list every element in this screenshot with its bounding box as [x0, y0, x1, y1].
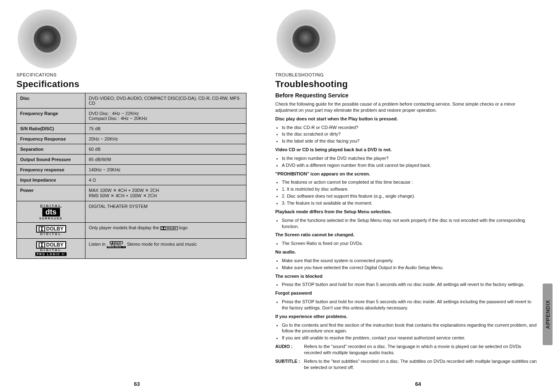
- issue-points: Press the STOP button and hold for more …: [282, 299, 538, 311]
- list-item: Is the disc scratched or dirty?: [282, 131, 538, 137]
- spec-key: Frequency response: [17, 165, 85, 175]
- issue-heading: The Screen ratio cannot be changed.: [275, 232, 538, 238]
- spec-value: 140Hz ~ 20KHz: [85, 165, 246, 175]
- svg-point-1: [34, 25, 61, 53]
- table-row: Frequency Response20Hz ~ 20KHz: [17, 134, 246, 144]
- table-row: Frequency RangeDVD Disc : 4Hz ~ 22KHz Co…: [17, 108, 246, 124]
- definition-text: Refers to the "sound" recorded on a disc…: [304, 344, 538, 356]
- issue-heading: Disc play does not start when the Play b…: [275, 116, 538, 122]
- spec-key: Separation: [17, 144, 85, 154]
- definition-term: SUBTITLE :: [275, 358, 302, 371]
- issue-heading: If you experience other problems.: [275, 314, 538, 320]
- spec-value: 60 dB: [85, 144, 246, 154]
- table-row: DOLBYDIGITALPRO LOGIC IIListen in DOLBYD…: [17, 239, 246, 259]
- list-item: 2. Disc software does not support this f…: [282, 193, 538, 199]
- list-item: Make sure that the sound system is conne…: [282, 258, 538, 264]
- section-label: SPECIFICATIONS: [16, 72, 263, 77]
- side-tab-appendix: APPENDIX: [543, 284, 553, 345]
- list-item: 1. It is restricted by disc software.: [282, 186, 538, 192]
- dolby-digital-icon: DOLBY: [160, 226, 178, 230]
- definition: AUDIO :Refers to the "sound" recorded on…: [275, 344, 538, 356]
- issue-heading: Forgot password: [275, 290, 538, 296]
- list-item: Some of the functions selected in the Se…: [282, 217, 538, 230]
- spec-value: DIGITAL THEATER SYSTEM: [85, 201, 246, 223]
- issue-points: The features or action cannot be complet…: [282, 179, 538, 206]
- issue-heading: Video CD or CD is being played back but …: [275, 147, 538, 153]
- spec-key: Frequency Response: [17, 134, 85, 144]
- page-number: 64: [415, 381, 421, 387]
- dolby-digital-logo: DOLBYDIGITAL: [17, 223, 85, 239]
- list-item: Make sure you have selected the correct …: [282, 265, 538, 271]
- list-item: The features or action cannot be complet…: [282, 179, 538, 185]
- subtitle: Before Requesting Service: [275, 92, 538, 99]
- issue-heading: The screen is blocked: [275, 273, 538, 279]
- spec-value: MAX 100W ✕ 4CH + 200W ✕ 2CH RMS 50W ✕ 4C…: [85, 185, 246, 201]
- table-row: Output Sound Pressure85 dB/W/M: [17, 154, 246, 165]
- svg-point-3: [292, 25, 320, 53]
- section-label: TROUBLESHOOTING: [275, 72, 538, 77]
- issue-points: Is the region number of the DVD matches …: [282, 155, 538, 168]
- specification-table: DiscDVD-VIDEO, DVD-AUDIO, COMPACT DISC(C…: [16, 93, 246, 259]
- table-row: DiscDVD-VIDEO, DVD-AUDIO, COMPACT DISC(C…: [17, 93, 246, 108]
- spec-key: S/N Ratio(DISC): [17, 124, 85, 134]
- dolby-prologic-logo: DOLBYDIGITALPRO LOGIC II: [17, 239, 85, 259]
- intro-text: Check the following guide for the possib…: [275, 101, 538, 113]
- issue-heading: "PROHIBITION" icon appears on the screen…: [275, 171, 538, 177]
- spec-value: DVD-VIDEO, DVD-AUDIO, COMPACT DISC(CD-DA…: [85, 93, 246, 108]
- page-title: Troubleshooting: [275, 79, 538, 90]
- table-row: S/N Ratio(DISC)75 dB: [17, 124, 246, 134]
- list-item: Is the region number of the DVD matches …: [282, 155, 538, 161]
- issue-points: Go to the contents and find the section …: [282, 322, 538, 341]
- list-item: The Screen Ratio is fixed on your DVDs.: [282, 240, 538, 247]
- table-row: DIGITALdtsSURROUNDDIGITAL THEATER SYSTEM: [17, 201, 246, 223]
- list-item: 3. The feature is not available at the m…: [282, 200, 538, 206]
- page-title: Specifications: [16, 79, 263, 90]
- dts-logo: DIGITALdtsSURROUND: [17, 201, 85, 223]
- spec-key: Disc: [17, 93, 85, 108]
- table-row: Input Impedance4 Ω: [17, 175, 246, 185]
- brand-disc-logo: [16, 8, 78, 70]
- table-row: PowerMAX 100W ✕ 4CH + 200W ✕ 2CH RMS 50W…: [17, 185, 246, 201]
- issue-heading: No audio.: [275, 249, 538, 255]
- spec-key: Frequency Range: [17, 108, 85, 124]
- list-item: Press the STOP button and hold for more …: [282, 299, 538, 311]
- brand-disc-logo: [275, 8, 337, 70]
- spec-value: DVD Disc : 4Hz ~ 22KHz Compact Disc : 4H…: [85, 108, 246, 124]
- definition-text: Refers to the "text subtitles" recorded …: [304, 358, 538, 371]
- spec-value: 4 Ω: [85, 175, 246, 185]
- spec-value: Listen in DOLBYDIGITALPROLOGIC II Stereo…: [85, 239, 246, 259]
- spec-value: 85 dB/W/M: [85, 154, 246, 165]
- spec-value: 75 dB: [85, 124, 246, 134]
- table-row: DOLBYDIGITALOnly player models that disp…: [17, 223, 246, 239]
- list-item: Go to the contents and find the section …: [282, 322, 538, 334]
- list-item: A DVD with a different region number fro…: [282, 162, 538, 168]
- definition: SUBTITLE :Refers to the "text subtitles"…: [275, 358, 538, 371]
- list-item: Is the disc CD-R or CD-RW recorded?: [282, 125, 538, 131]
- page-number: 63: [134, 381, 140, 387]
- issue-points: Press the STOP button and hold for more …: [282, 281, 538, 288]
- spec-value: Only player models that display the DOLB…: [85, 223, 246, 239]
- list-item: Press the STOP button and hold for more …: [282, 281, 538, 288]
- list-item: If you are still unable to resolve the p…: [282, 335, 538, 341]
- issue-points: Make sure that the sound system is conne…: [282, 258, 538, 271]
- issue-points: The Screen Ratio is fixed on your DVDs.: [282, 240, 538, 247]
- issue-heading: Playback mode differs from the Setup Men…: [275, 209, 538, 215]
- issue-points: Some of the functions selected in the Se…: [282, 217, 538, 230]
- spec-key: Output Sound Pressure: [17, 154, 85, 165]
- spec-value: 20Hz ~ 20KHz: [85, 134, 246, 144]
- spec-key: Power: [17, 185, 85, 201]
- table-row: Separation60 dB: [17, 144, 246, 154]
- definition-term: AUDIO :: [275, 344, 302, 356]
- issue-points: Is the disc CD-R or CD-RW recorded?Is th…: [282, 125, 538, 145]
- table-row: Frequency response140Hz ~ 20KHz: [17, 165, 246, 175]
- dolby-prologic-icon: DOLBYDIGITALPROLOGIC II: [107, 241, 126, 248]
- spec-key: Input Impedance: [17, 175, 85, 185]
- list-item: Is the label side of the disc facing you…: [282, 138, 538, 144]
